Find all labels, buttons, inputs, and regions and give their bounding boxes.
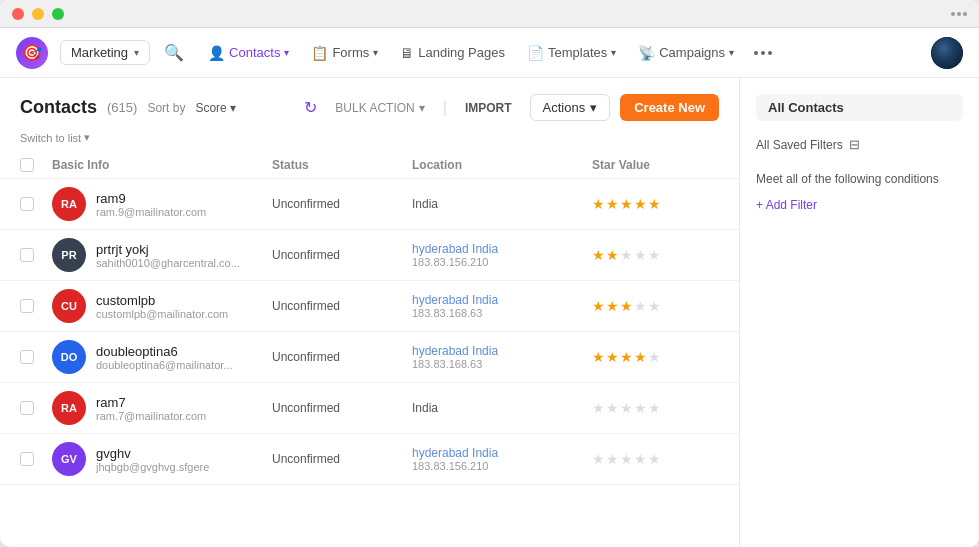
- minimize-button[interactable]: [32, 8, 44, 20]
- refresh-button[interactable]: ↻: [304, 98, 317, 117]
- contact-details: ram9 ram.9@mailinator.com: [96, 191, 206, 218]
- page-header: Contacts (615) Sort by Score ▾ ↻ BULK AC…: [0, 94, 739, 131]
- nav-templates-label: Templates: [548, 45, 607, 60]
- maximize-button[interactable]: [52, 8, 64, 20]
- contact-name[interactable]: prtrjt yokj: [96, 242, 240, 257]
- search-button[interactable]: 🔍: [158, 37, 190, 69]
- star-3: ★: [620, 298, 633, 314]
- contact-details: customlpb customlpb@mailinator.com: [96, 293, 228, 320]
- workspace-chevron: ▾: [134, 47, 139, 58]
- location-ip: 183.83.156.210: [412, 256, 592, 268]
- sort-label: Sort by: [147, 101, 185, 115]
- campaigns-chevron: ▾: [729, 47, 734, 58]
- star-3: ★: [620, 349, 633, 365]
- header-divider: |: [443, 99, 447, 117]
- contact-email: ram.7@mailinator.com: [96, 410, 206, 422]
- star-rating[interactable]: ★★★★★: [592, 298, 739, 314]
- contact-name[interactable]: gvghv: [96, 446, 209, 461]
- star-1: ★: [592, 298, 605, 314]
- star-2: ★: [606, 298, 619, 314]
- bulk-action-label: BULK ACTION: [335, 101, 414, 115]
- contact-name[interactable]: ram9: [96, 191, 206, 206]
- create-new-button[interactable]: Create New: [620, 94, 719, 121]
- sort-value[interactable]: Score ▾: [195, 101, 235, 115]
- star-rating[interactable]: ★★★★★: [592, 247, 739, 263]
- actions-button[interactable]: Actions ▾: [530, 94, 611, 121]
- header-checkbox[interactable]: [20, 158, 52, 172]
- nav-item-landing-pages[interactable]: 🖥 Landing Pages: [390, 40, 515, 66]
- nav-item-contacts[interactable]: 👤 Contacts ▾: [198, 40, 299, 66]
- main-content: Contacts (615) Sort by Score ▾ ↻ BULK AC…: [0, 78, 979, 547]
- row-checkbox[interactable]: [20, 248, 52, 262]
- row-checkbox[interactable]: [20, 350, 52, 364]
- star-5: ★: [648, 196, 661, 212]
- import-button[interactable]: IMPORT: [457, 97, 520, 119]
- bulk-action-chevron: ▾: [419, 101, 425, 115]
- row-checkbox[interactable]: [20, 197, 52, 211]
- bulk-action-button[interactable]: BULK ACTION ▾: [327, 97, 432, 119]
- star-2: ★: [606, 400, 619, 416]
- star-1: ★: [592, 196, 605, 212]
- star-1: ★: [592, 400, 605, 416]
- star-rating[interactable]: ★★★★★: [592, 400, 739, 416]
- table-row: RA ram9 ram.9@mailinator.com Unconfirmed…: [0, 179, 739, 230]
- contact-email: customlpb@mailinator.com: [96, 308, 228, 320]
- star-rating[interactable]: ★★★★★: [592, 196, 739, 212]
- nav-items: 👤 Contacts ▾ 📋 Forms ▾ 🖥 Landing Pages 📄…: [198, 40, 923, 66]
- contact-name[interactable]: customlpb: [96, 293, 228, 308]
- header-location: Location: [412, 158, 592, 172]
- sort-chevron: ▾: [230, 101, 236, 115]
- nav-more-button[interactable]: [746, 46, 780, 60]
- location-text: hyderabad India: [412, 242, 592, 256]
- switch-to-list[interactable]: Switch to list ▾: [0, 131, 739, 152]
- workspace-label: Marketing: [71, 45, 128, 60]
- contact-info: GV gvghv jhqbgb@gvghvg.sfgere: [52, 442, 272, 476]
- star-3: ★: [620, 400, 633, 416]
- workspace-selector[interactable]: Marketing ▾: [60, 40, 150, 65]
- avatar[interactable]: [931, 37, 963, 69]
- add-filter-button[interactable]: + Add Filter: [756, 198, 963, 212]
- star-4: ★: [634, 400, 647, 416]
- contact-location: India: [412, 401, 592, 415]
- table-header: Basic Info Status Location Star Value: [0, 152, 739, 179]
- star-4: ★: [634, 349, 647, 365]
- star-4: ★: [634, 451, 647, 467]
- star-3: ★: [620, 247, 633, 263]
- contact-details: prtrjt yokj sahith0010@gharcentral.co...: [96, 242, 240, 269]
- saved-filters[interactable]: All Saved Filters ⊟: [756, 133, 963, 156]
- location-text: hyderabad India: [412, 446, 592, 460]
- row-checkbox[interactable]: [20, 452, 52, 466]
- page-title: Contacts: [20, 97, 97, 118]
- logo[interactable]: 🎯: [16, 37, 48, 69]
- star-rating[interactable]: ★★★★★: [592, 349, 739, 365]
- close-button[interactable]: [12, 8, 24, 20]
- star-2: ★: [606, 196, 619, 212]
- star-rating[interactable]: ★★★★★: [592, 451, 739, 467]
- contact-avatar: GV: [52, 442, 86, 476]
- contact-location: hyderabad India183.83.168.63: [412, 293, 592, 319]
- header-star-value: Star Value: [592, 158, 739, 172]
- contacts-list: RA ram9 ram.9@mailinator.com Unconfirmed…: [0, 179, 739, 485]
- contact-name[interactable]: doubleoptina6: [96, 344, 233, 359]
- row-checkbox[interactable]: [20, 299, 52, 313]
- star-5: ★: [648, 400, 661, 416]
- actions-chevron: ▾: [590, 100, 597, 115]
- contact-name[interactable]: ram7: [96, 395, 206, 410]
- contact-count: (615): [107, 100, 137, 115]
- all-contacts-title[interactable]: All Contacts: [756, 94, 963, 121]
- nav-item-campaigns[interactable]: 📡 Campaigns ▾: [628, 40, 744, 66]
- star-5: ★: [648, 298, 661, 314]
- row-checkbox[interactable]: [20, 401, 52, 415]
- contact-status: Unconfirmed: [272, 197, 412, 211]
- star-4: ★: [634, 298, 647, 314]
- star-3: ★: [620, 196, 633, 212]
- location-text: India: [412, 197, 592, 211]
- location-text: hyderabad India: [412, 344, 592, 358]
- nav-item-templates[interactable]: 📄 Templates ▾: [517, 40, 626, 66]
- nav-item-forms[interactable]: 📋 Forms ▾: [301, 40, 388, 66]
- contact-avatar: RA: [52, 187, 86, 221]
- star-5: ★: [648, 451, 661, 467]
- right-panel: All Contacts All Saved Filters ⊟ Meet al…: [739, 78, 979, 547]
- contact-details: ram7 ram.7@mailinator.com: [96, 395, 206, 422]
- star-1: ★: [592, 451, 605, 467]
